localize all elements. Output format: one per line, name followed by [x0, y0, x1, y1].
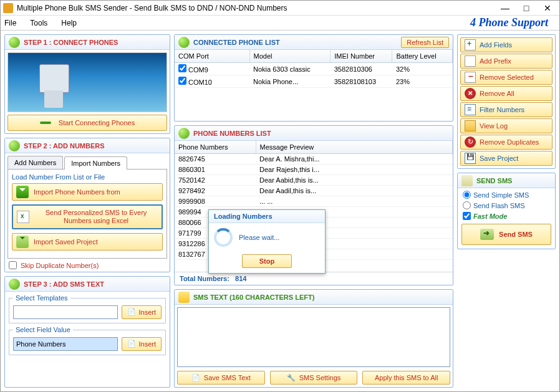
insert-template-label: Insert — [138, 308, 156, 316]
table-row[interactable]: 8826745Dear A. Mishra,thi... — [175, 154, 453, 165]
please-wait-label: Please wait... — [239, 234, 279, 241]
numbers-heading: PHONE NUMBERS LIST — [193, 130, 271, 137]
import-saved-label: Import Saved Project — [34, 238, 98, 246]
phone-list-icon — [178, 37, 190, 48]
tab-import-numbers[interactable]: Import Numbers — [64, 156, 127, 170]
step1-panel: STEP 1 : CONNECT PHONES Start Connecting… — [4, 34, 170, 134]
brand-label: 4 Phone Support — [470, 16, 548, 29]
col-battery[interactable]: Battery Level — [392, 50, 453, 63]
insert-field-button[interactable]: 📄 Insert — [122, 337, 162, 351]
side-actions-panel: Add Fields Add Prefix Remove Selected Re… — [457, 34, 556, 169]
send-sms-label: Send SMS — [499, 231, 533, 238]
usb-icon — [40, 119, 54, 127]
notepad-icon — [178, 292, 190, 303]
remove-duplicates-button[interactable]: Remove Duplicates — [460, 135, 553, 150]
view-log-button[interactable]: View Log — [460, 118, 553, 133]
sms-text-heading: SMS TEXT (160 CHARACTERS LEFT) — [193, 294, 314, 301]
sms-settings-button[interactable]: 🔧 SMS Settings — [270, 371, 358, 385]
remove-selected-button[interactable]: Remove Selected — [460, 70, 553, 85]
col-com-port[interactable]: COM Port — [175, 50, 249, 63]
remove-dup-label: Remove Duplicates — [480, 138, 539, 146]
skip-duplicate-label: Skip Duplicate Number(s) — [21, 262, 99, 269]
col-phone-numbers[interactable]: Phone Numbers — [175, 141, 256, 154]
insert-icon: 📄 — [127, 340, 136, 348]
sms-text-panel: SMS TEXT (160 CHARACTERS LEFT) 📄 Save SM… — [174, 289, 453, 388]
table-row[interactable]: 9278492Dear Aadil,this is... — [175, 186, 453, 196]
spinner-icon — [214, 228, 233, 247]
com-checkbox[interactable] — [178, 64, 186, 72]
table-row[interactable]: COM10Nokia Phone...3582810810323% — [175, 75, 453, 88]
close-button[interactable]: ✕ — [543, 4, 552, 12]
refresh-list-button[interactable]: Refresh List — [401, 37, 449, 48]
plus-icon — [9, 279, 20, 290]
import-from-label: Import Phone Numbers from — [34, 188, 120, 196]
save-sms-label: Save SMS Text — [204, 374, 251, 381]
menu-tools[interactable]: Tools — [30, 19, 47, 27]
send-simple-radio[interactable] — [463, 191, 471, 199]
minimize-button[interactable]: — — [501, 4, 509, 12]
send-sms-button[interactable]: Send SMS — [461, 224, 551, 245]
loading-dialog-title: Loading Numbers — [209, 210, 325, 223]
apply-sms-to-all-button[interactable]: Apply this SMS to All — [362, 371, 450, 385]
fast-mode-checkbox[interactable] — [463, 212, 471, 220]
table-row[interactable]: COM9Nokia 6303 classic358281030632% — [175, 63, 453, 75]
save-project-button[interactable]: Save Project — [460, 151, 553, 166]
maximize-button[interactable]: □ — [522, 4, 531, 12]
select-field-value-legend: Select Field Value — [13, 326, 73, 333]
import-saved-project-button[interactable]: Import Saved Project — [12, 233, 163, 251]
load-number-group-label: Load Number From List or File — [12, 173, 163, 181]
loading-numbers-dialog: Loading Numbers Please wait... Stop — [208, 209, 326, 274]
col-imei[interactable]: IMEI Number — [331, 50, 392, 63]
fast-mode-checkbox-row[interactable]: Fast Mode — [463, 212, 550, 220]
send-personalized-sms-button[interactable]: Send Personalized SMS to Every Numbers u… — [12, 204, 163, 229]
table-row[interactable]: 9999908... ... — [175, 196, 453, 207]
stop-loading-button[interactable]: Stop — [242, 254, 292, 268]
send-flash-radio-row[interactable]: Send Flash SMS — [463, 201, 550, 209]
add-fields-label: Add Fields — [480, 41, 512, 49]
filter-numbers-button[interactable]: Filter Numbers — [460, 102, 553, 117]
total-numbers-label: Total Numbers: — [180, 275, 229, 282]
remove-all-icon — [465, 88, 476, 99]
col-model[interactable]: Model — [249, 50, 331, 63]
filter-icon — [465, 104, 476, 115]
com-checkbox[interactable] — [178, 77, 186, 85]
fast-mode-label: Fast Mode — [473, 213, 507, 220]
insert-field-label: Insert — [138, 340, 156, 348]
sms-text-input[interactable] — [177, 307, 450, 367]
tab-add-numbers[interactable]: Add Numbers — [7, 156, 63, 169]
save-sms-text-button[interactable]: 📄 Save SMS Text — [177, 371, 265, 385]
start-connecting-button[interactable]: Start Connecting Phones — [7, 115, 167, 131]
send-simple-label: Send Simple SMS — [473, 191, 529, 199]
table-row[interactable]: 8860301Dear Rajesh,this i... — [175, 165, 453, 175]
field-value-input[interactable] — [13, 337, 118, 351]
view-log-label: View Log — [480, 122, 508, 130]
window-title: Multiple Phone Bulk SMS Sender - Send Bu… — [17, 4, 501, 12]
add-prefix-icon — [465, 55, 476, 67]
col-message-preview[interactable]: Message Preview — [256, 141, 453, 154]
save-icon: 📄 — [191, 374, 200, 382]
envelope-icon — [461, 175, 473, 186]
send-sms-heading: SEND SMS — [476, 177, 512, 184]
import-phone-numbers-button[interactable]: Import Phone Numbers from — [12, 183, 163, 201]
apply-all-label: Apply this SMS to All — [375, 374, 438, 381]
step1-heading: STEP 1 : CONNECT PHONES — [24, 39, 118, 46]
skip-duplicate-checkbox[interactable] — [9, 261, 17, 269]
template-input[interactable] — [13, 305, 118, 319]
send-simple-radio-row[interactable]: Send Simple SMS — [463, 191, 550, 199]
step2-panel: STEP 2 : ADD NUMBERS Add Numbers Import … — [4, 138, 170, 272]
send-flash-radio[interactable] — [463, 201, 471, 209]
add-prefix-button[interactable]: Add Prefix — [460, 54, 553, 69]
save-project-icon — [465, 153, 476, 164]
menu-help[interactable]: Help — [61, 19, 77, 27]
menu-file[interactable]: File — [4, 19, 16, 27]
table-row[interactable]: 7520142Dear Aabid,this is... — [175, 175, 453, 186]
log-icon — [465, 120, 476, 131]
connection-diagram-image — [7, 52, 167, 112]
remove-all-button[interactable]: Remove All — [460, 86, 553, 101]
filter-label: Filter Numbers — [480, 106, 524, 113]
insert-template-button[interactable]: 📄 Insert — [122, 305, 162, 319]
excel-icon — [17, 211, 29, 223]
skip-duplicate-checkbox-row[interactable]: Skip Duplicate Number(s) — [9, 261, 166, 269]
add-fields-button[interactable]: Add Fields — [460, 37, 553, 52]
remove-all-label: Remove All — [480, 90, 514, 97]
